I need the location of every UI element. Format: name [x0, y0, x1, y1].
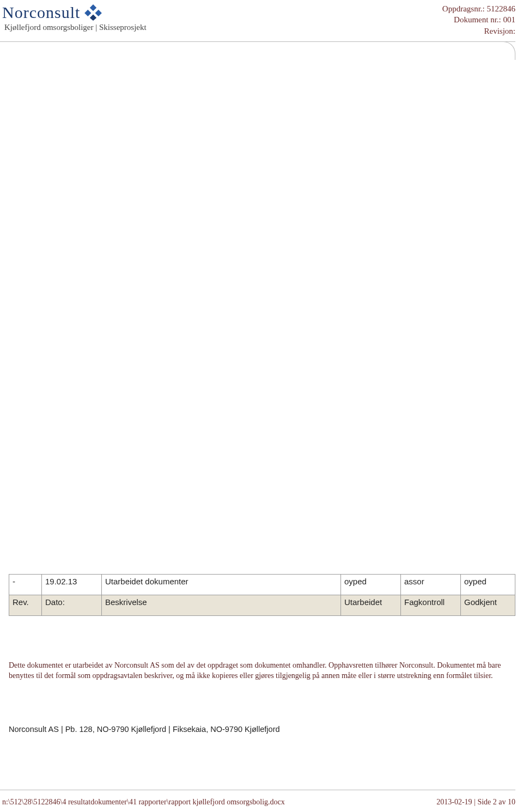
cell-utarbeidet: oyped: [341, 575, 401, 595]
svg-marker-0: [90, 4, 96, 11]
footer-path: n:\512\28\5122846\4 resultatdokumenter\4…: [2, 798, 285, 807]
project-subtitle: Kjøllefjord omsorgsboliger | Skisseprosj…: [2, 23, 147, 32]
head-utarbeidet: Utarbeidet: [341, 595, 401, 616]
head-rev: Rev.: [9, 595, 42, 616]
meta-revisjon: Revisjon:: [442, 26, 515, 36]
head-desc: Beskrivelse: [102, 595, 341, 616]
svg-marker-2: [95, 10, 102, 16]
meta-dokument: Dokument nr.: 001: [442, 14, 515, 25]
revision-table: - 19.02.13 Utarbeidet dokumenter oyped a…: [9, 574, 515, 616]
company-byline: Norconsult AS | Pb. 128, NO-9790 Kjøllef…: [9, 725, 515, 734]
table-row: - 19.02.13 Utarbeidet dokumenter oyped a…: [9, 575, 515, 595]
revision-table-block: - 19.02.13 Utarbeidet dokumenter oyped a…: [9, 574, 515, 616]
header-rule: [0, 41, 515, 42]
cell-rev: -: [9, 575, 42, 595]
meta-dokument-value: 001: [503, 15, 516, 24]
cell-desc: Utarbeidet dokumenter: [102, 575, 341, 595]
meta-revisjon-label: Revisjon:: [484, 27, 515, 35]
head-date: Dato:: [42, 595, 102, 616]
page-content: - 19.02.13 Utarbeidet dokumenter oyped a…: [0, 42, 515, 779]
norconsult-logo-icon: [83, 4, 103, 21]
table-header-row: Rev. Dato: Beskrivelse Utarbeidet Fagkon…: [9, 595, 515, 616]
brand-block: Norconsult Kjøllefjord omsorgsboliger | …: [2, 3, 147, 32]
meta-oppdrag-value: 5122846: [487, 4, 516, 13]
footer-rule: [0, 790, 515, 790]
meta-oppdrag: Oppdragsnr.: 5122846: [442, 3, 515, 14]
svg-marker-1: [84, 10, 91, 16]
footer-page: 2013-02-19 | Side 2 av 10: [436, 798, 515, 807]
brand-row: Norconsult: [2, 3, 147, 22]
document-page: Norconsult Kjøllefjord omsorgsboliger | …: [0, 0, 523, 812]
meta-oppdrag-label: Oppdragsnr.:: [442, 4, 485, 13]
cell-fagkontroll: assor: [401, 575, 461, 595]
meta-dokument-label: Dokument nr.:: [454, 15, 501, 24]
page-header: Norconsult Kjøllefjord omsorgsboliger | …: [0, 0, 523, 36]
page-footer: n:\512\28\5122846\4 resultatdokumenter\4…: [2, 798, 515, 807]
cell-date: 19.02.13: [42, 575, 102, 595]
legal-p1: Dette dokumentet er utarbeidet av Norcon…: [9, 661, 435, 669]
brand-name: Norconsult: [2, 3, 80, 22]
legal-text: Dette dokumentet er utarbeidet av Norcon…: [9, 661, 515, 681]
cell-godkjent: oyped: [461, 575, 515, 595]
head-godkjent: Godkjent: [461, 595, 515, 616]
head-fagkontroll: Fagkontroll: [401, 595, 461, 616]
svg-marker-3: [90, 15, 96, 21]
header-meta: Oppdragsnr.: 5122846 Dokument nr.: 001 R…: [442, 3, 515, 36]
